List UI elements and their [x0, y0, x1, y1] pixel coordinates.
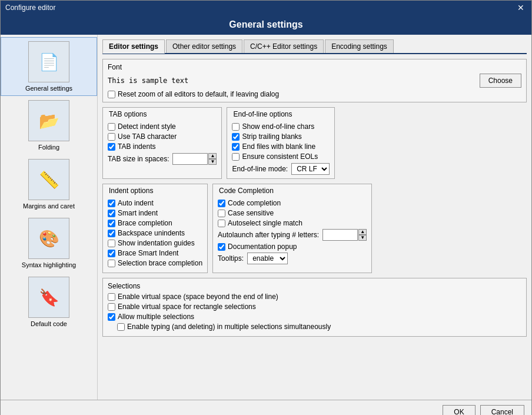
autoselect-row: Autoselect single match: [218, 219, 367, 227]
end-files-checkbox[interactable]: [232, 143, 240, 151]
indent-options-group: Indent options Auto indent Smart indent …: [102, 184, 208, 273]
tab-size-input[interactable]: 2: [172, 153, 208, 165]
autolaunch-label: Autolaunch after typing # letters:: [218, 231, 319, 239]
sidebar-item-syntax[interactable]: 🎨 Syntax highlighting: [1, 214, 97, 273]
tooltips-select[interactable]: enable disable: [247, 253, 288, 264]
code-completion-group: Code Completion Code completion Case sen…: [212, 184, 372, 273]
header-title: General settings: [1, 15, 531, 35]
selection-brace-checkbox[interactable]: [108, 260, 115, 267]
close-button[interactable]: ✕: [515, 3, 527, 12]
sidebar-item-folding[interactable]: 📂 Folding: [1, 96, 97, 155]
sidebar-item-margins[interactable]: 📏 Margins and caret: [1, 155, 97, 214]
typing-multiple-row: Enable typing (and deleting) in multiple…: [117, 323, 521, 331]
tab-encoding[interactable]: Encoding settings: [325, 39, 394, 53]
autolaunch-spinner: 3 ▲ ▼: [322, 229, 367, 241]
folding-icon: 📂: [28, 100, 69, 141]
tab-size-row: TAB size in spaces: 2 ▲ ▼: [108, 153, 217, 165]
ok-button[interactable]: OK: [443, 405, 475, 415]
tab-cpp-editor[interactable]: C/C++ Editor settings: [244, 39, 324, 53]
code-completion-label: Code completion: [228, 199, 281, 207]
typing-multiple-label: Enable typing (and deleting) in multiple…: [127, 323, 331, 331]
brace-completion-checkbox[interactable]: [108, 220, 115, 227]
autolaunch-row: Autolaunch after typing # letters: 3 ▲ ▼: [218, 229, 367, 241]
doc-popup-row: Documentation popup: [218, 243, 367, 251]
multiple-selections-row: Allow multiple selections: [108, 313, 521, 321]
reset-zoom-checkbox[interactable]: [108, 91, 115, 98]
configure-editor-window: Configure editor ✕ General settings 📄 Ge…: [0, 0, 532, 415]
selections-title: Selections: [108, 282, 521, 290]
sidebar-item-default-code[interactable]: 🔖 Default code: [1, 273, 97, 331]
spin-down-button[interactable]: ▼: [208, 159, 217, 165]
brace-smart-indent-checkbox[interactable]: [108, 250, 115, 257]
typing-multiple-checkbox[interactable]: [117, 323, 125, 331]
autolaunch-input[interactable]: 3: [322, 229, 358, 241]
smart-indent-checkbox[interactable]: [108, 210, 115, 217]
sidebar-item-syntax-label: Syntax highlighting: [22, 261, 76, 268]
eol-options-group: End-of-line options Show end-of-line cha…: [227, 107, 335, 179]
eol-mode-row: End-of-line mode: CR LF CR LF: [232, 163, 330, 175]
selections-section: Selections Enable virtual space (space b…: [102, 278, 527, 337]
spin-up-button[interactable]: ▲: [208, 153, 217, 159]
tab-indents-checkbox[interactable]: [108, 143, 115, 151]
multiple-selections-label: Allow multiple selections: [118, 313, 194, 321]
margins-icon: 📏: [28, 159, 69, 200]
tab-eol-row: TAB options Detect indent style Use TAB …: [102, 107, 527, 184]
show-indent-guides-checkbox[interactable]: [108, 240, 115, 247]
virtual-space-checkbox[interactable]: [108, 293, 115, 301]
indent-completion-row: Indent options Auto indent Smart indent …: [102, 184, 527, 278]
reset-zoom-label: Reset zoom of all editors to default, if…: [118, 90, 279, 98]
virtual-space-rect-checkbox[interactable]: [108, 303, 115, 311]
autolaunch-spin-up[interactable]: ▲: [358, 229, 367, 235]
show-eol-row: Show end-of-line chars: [232, 122, 330, 131]
multiple-selections-checkbox[interactable]: [108, 313, 115, 321]
sidebar-item-default-code-label: Default code: [31, 320, 67, 327]
auto-indent-checkbox[interactable]: [108, 200, 115, 207]
code-completion-title: Code Completion: [218, 187, 275, 195]
cancel-button[interactable]: Cancel: [480, 405, 524, 415]
font-section: Font This is sample text Choose Reset zo…: [102, 59, 527, 102]
autolaunch-spin-down[interactable]: ▼: [358, 235, 367, 241]
tooltips-label: Tooltips:: [218, 254, 244, 263]
show-indent-guides-row: Show indentation guides: [108, 239, 202, 247]
eol-options-title: End-of-line options: [232, 110, 293, 118]
brace-smart-indent-row: Brace Smart Indent: [108, 249, 202, 257]
font-row: This is sample text Choose: [108, 74, 521, 88]
smart-indent-label: Smart indent: [118, 209, 158, 217]
eol-mode-select[interactable]: CR LF CR LF: [291, 163, 330, 175]
strip-trailing-checkbox[interactable]: [232, 133, 240, 141]
tab-options-title: TAB options: [108, 110, 148, 118]
title-bar: Configure editor ✕: [1, 1, 531, 15]
tab-other-editor[interactable]: Other editor settings: [166, 39, 242, 53]
autoselect-checkbox[interactable]: [218, 220, 225, 227]
code-completion-checkbox[interactable]: [218, 200, 225, 207]
doc-popup-checkbox[interactable]: [218, 243, 225, 251]
spin-buttons: ▲ ▼: [208, 153, 217, 165]
tab-size-label: TAB size in spaces:: [108, 155, 169, 163]
backspace-unindents-checkbox[interactable]: [108, 230, 115, 237]
choose-font-button[interactable]: Choose: [480, 74, 521, 88]
case-sensitive-checkbox[interactable]: [218, 210, 225, 217]
ensure-consistent-checkbox[interactable]: [232, 153, 240, 161]
autoselect-label: Autoselect single match: [228, 219, 302, 227]
tab-editor-settings[interactable]: Editor settings: [102, 39, 165, 54]
window-title: Configure editor: [5, 4, 55, 12]
syntax-icon: 🎨: [28, 218, 69, 259]
end-files-row: End files with blank line: [232, 142, 330, 151]
sidebar-item-margins-label: Margins and caret: [23, 202, 75, 210]
show-indent-guides-label: Show indentation guides: [118, 239, 195, 247]
tooltips-row: Tooltips: enable disable: [218, 253, 367, 264]
use-tab-checkbox[interactable]: [108, 133, 115, 141]
autolaunch-spin-buttons: ▲ ▼: [358, 229, 367, 241]
brace-completion-row: Brace completion: [108, 219, 202, 227]
detect-indent-checkbox[interactable]: [108, 123, 115, 131]
ensure-consistent-row: Ensure consistent EOLs: [232, 152, 330, 161]
sidebar-item-folding-label: Folding: [38, 144, 59, 151]
selection-brace-row: Selection brace completion: [108, 259, 202, 267]
tab-options-group: TAB options Detect indent style Use TAB …: [102, 107, 222, 179]
virtual-space-label: Enable virtual space (space beyond the e…: [118, 293, 278, 301]
default-code-icon: 🔖: [28, 277, 69, 318]
sidebar-item-general[interactable]: 📄 General settings: [1, 37, 97, 96]
use-tab-row: Use TAB character: [108, 132, 217, 141]
show-eol-checkbox[interactable]: [232, 123, 240, 131]
sample-text: This is sample text: [108, 77, 188, 85]
